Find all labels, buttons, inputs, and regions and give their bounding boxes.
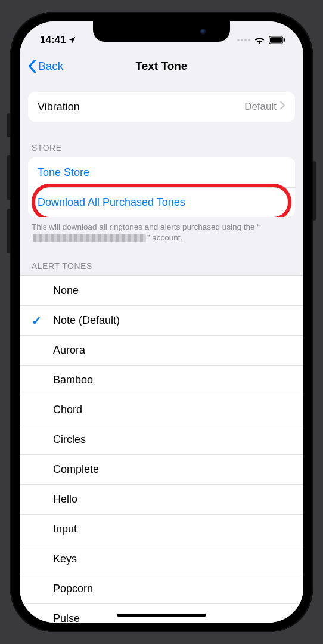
svg-rect-2 bbox=[284, 38, 285, 42]
store-footer: This will download all ringtones and ale… bbox=[20, 217, 303, 247]
vibration-row[interactable]: Vibration Default bbox=[28, 92, 295, 122]
alert-tone-label: Complete bbox=[53, 463, 99, 476]
alert-tone-label: Hello bbox=[53, 493, 77, 506]
alert-tone-row[interactable]: Popcorn bbox=[20, 574, 303, 604]
alert-tone-row[interactable]: Keys bbox=[20, 544, 303, 574]
alert-tone-row[interactable]: Input bbox=[20, 515, 303, 544]
alert-tone-label: Input bbox=[53, 523, 77, 535]
location-icon bbox=[68, 36, 76, 44]
checkmark-icon: ✓ bbox=[32, 314, 42, 328]
volume-down bbox=[7, 209, 10, 253]
alert-tone-row[interactable]: Bamboo bbox=[20, 366, 303, 395]
cellular-icon bbox=[237, 39, 250, 41]
alert-tone-label: Keys bbox=[53, 553, 77, 565]
notch bbox=[93, 21, 230, 42]
volume-up bbox=[7, 155, 10, 200]
alert-tones-list: None✓Note (Default)AuroraBambooChordCirc… bbox=[20, 275, 303, 623]
alert-tone-label: Circles bbox=[53, 434, 86, 446]
vibration-label: Vibration bbox=[38, 101, 80, 113]
chevron-left-icon bbox=[28, 60, 36, 73]
alert-tone-label: Chord bbox=[53, 404, 82, 416]
alert-tone-row[interactable]: Chord bbox=[20, 395, 303, 425]
alert-tone-label: Popcorn bbox=[53, 583, 93, 595]
front-camera bbox=[200, 29, 206, 35]
mute-switch bbox=[7, 113, 10, 137]
vibration-value: Default bbox=[244, 101, 277, 113]
alert-tone-label: Note (Default) bbox=[53, 314, 120, 327]
home-indicator[interactable] bbox=[117, 614, 206, 617]
alert-tone-label: Aurora bbox=[53, 344, 85, 357]
alert-tone-label: Pulse bbox=[53, 612, 80, 623]
alert-tone-row[interactable]: None bbox=[20, 276, 303, 306]
tone-store-label: Tone Store bbox=[38, 166, 89, 179]
back-button[interactable]: Back bbox=[28, 60, 63, 73]
chevron-right-icon bbox=[280, 101, 285, 113]
wifi-icon bbox=[254, 36, 265, 44]
alert-tone-label: Bamboo bbox=[53, 374, 93, 386]
alert-tone-row[interactable]: ✓Note (Default) bbox=[20, 306, 303, 336]
screen: 14:41 Back Text Tone bbox=[20, 21, 303, 623]
store-footer-post: ” account. bbox=[147, 233, 182, 242]
alert-tones-header: ALERT TONES bbox=[20, 249, 303, 275]
alert-tone-row[interactable]: Circles bbox=[20, 425, 303, 455]
download-tones-label: Download All Purchased Tones bbox=[38, 196, 185, 209]
alert-tone-label: None bbox=[53, 284, 79, 297]
clock: 14:41 bbox=[40, 34, 66, 46]
battery-icon bbox=[269, 36, 285, 44]
back-label: Back bbox=[38, 60, 63, 73]
redacted-account bbox=[33, 234, 146, 242]
store-footer-pre: This will download all ringtones and ale… bbox=[32, 222, 260, 231]
power-button bbox=[313, 161, 316, 221]
alert-tone-row[interactable]: Aurora bbox=[20, 336, 303, 366]
tone-store-row[interactable]: Tone Store bbox=[28, 157, 295, 187]
content: Vibration Default STORE Tone St bbox=[20, 81, 303, 623]
nav-bar: Back Text Tone bbox=[20, 51, 303, 81]
phone-frame: 14:41 Back Text Tone bbox=[10, 12, 313, 632]
page-title: Text Tone bbox=[136, 60, 188, 73]
alert-tone-row[interactable]: Complete bbox=[20, 455, 303, 485]
store-header: STORE bbox=[20, 131, 303, 157]
svg-rect-1 bbox=[270, 37, 282, 42]
download-tones-row[interactable]: Download All Purchased Tones bbox=[28, 187, 295, 217]
alert-tone-row[interactable]: Hello bbox=[20, 485, 303, 515]
